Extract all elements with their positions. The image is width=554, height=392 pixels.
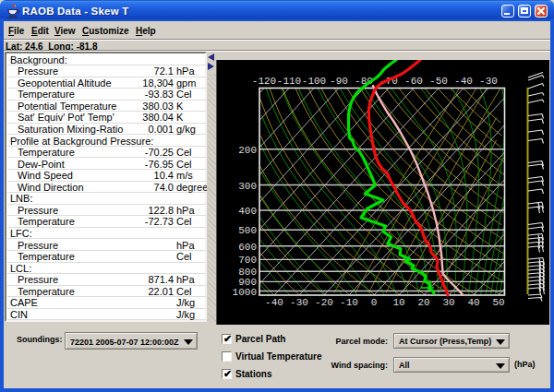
- svg-text:600: 600: [238, 242, 257, 253]
- svg-text:500: 500: [238, 225, 257, 236]
- svg-text:20: 20: [417, 297, 429, 308]
- svg-text:200: 200: [238, 145, 257, 156]
- svg-text:400: 400: [238, 206, 257, 217]
- svg-text:-100: -100: [302, 76, 326, 87]
- svg-text:50: 50: [492, 297, 504, 308]
- svg-text:10: 10: [392, 297, 404, 308]
- svg-text:800: 800: [238, 267, 257, 278]
- svg-text:-110: -110: [277, 76, 301, 87]
- svg-text:700: 700: [238, 255, 257, 266]
- svg-text:-50: -50: [429, 76, 448, 87]
- svg-text:-90: -90: [330, 76, 348, 87]
- svg-text:-40: -40: [454, 76, 473, 87]
- svg-text:-40: -40: [265, 297, 283, 308]
- svg-text:0: 0: [371, 297, 378, 308]
- svg-text:-30: -30: [479, 76, 498, 87]
- svg-text:-30: -30: [290, 297, 308, 308]
- svg-text:-20: -20: [315, 297, 333, 308]
- svg-text:-120: -120: [252, 76, 276, 87]
- svg-text:-10: -10: [340, 297, 358, 308]
- svg-text:30: 30: [442, 297, 454, 308]
- svg-text:40: 40: [467, 297, 479, 308]
- svg-text:-60: -60: [404, 76, 423, 87]
- svg-text:300: 300: [238, 181, 257, 192]
- svg-text:1000: 1000: [233, 287, 257, 298]
